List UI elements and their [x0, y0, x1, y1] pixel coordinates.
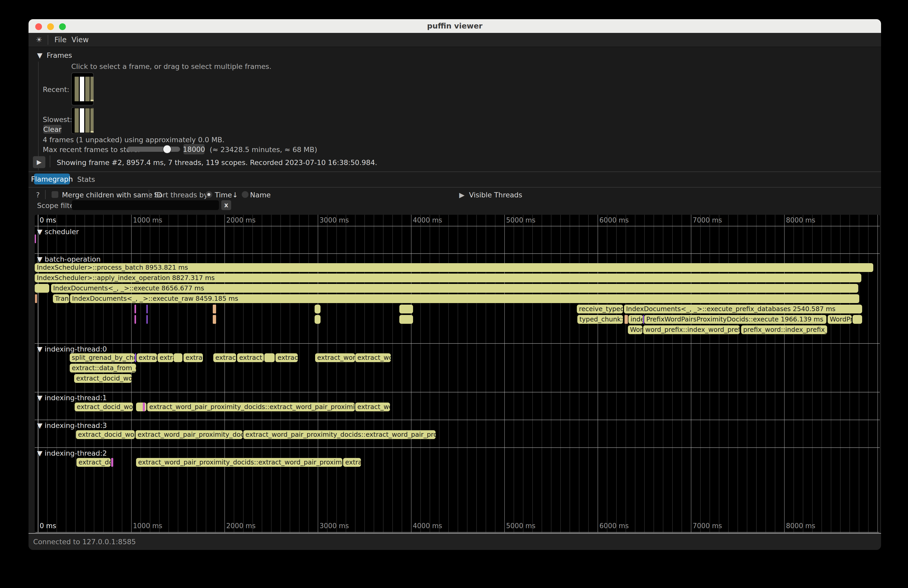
scope-bar[interactable]: extrac: [343, 458, 361, 467]
scope-bar[interactable]: [135, 305, 136, 313]
scope-bar[interactable]: extract_docid_word: [76, 430, 135, 439]
scope-bar[interactable]: typed_chunk::w: [577, 315, 623, 324]
scope-bar[interactable]: prefix_word::index_prefix_wo: [741, 325, 827, 334]
scope-bar[interactable]: [147, 315, 148, 324]
scope-bar[interactable]: extract: [137, 353, 157, 362]
frame-bar-selected[interactable]: [80, 108, 84, 133]
sort-time-radio[interactable]: [206, 191, 212, 198]
close-window-button[interactable]: [35, 23, 42, 30]
app-window: puffin viewer ☀ File View ▼ Frames Click…: [29, 19, 881, 550]
scope-bar[interactable]: extract_word_pair_proximity_docids::extr…: [136, 458, 342, 467]
sort-name-radio[interactable]: [242, 191, 248, 198]
frame-bar[interactable]: [75, 77, 79, 101]
max-frames-slider[interactable]: [127, 146, 180, 152]
scope-bar[interactable]: [143, 403, 145, 411]
thread-section-label[interactable]: ▼ indexing-thread:2: [37, 449, 107, 457]
thread-section-label[interactable]: ▼ scheduler: [37, 228, 79, 236]
sort-direction-arrow-icon[interactable]: ↓: [232, 191, 238, 199]
scope-bar[interactable]: IndexScheduler>::process_batch 8953.821 …: [35, 263, 873, 272]
scope-bar[interactable]: [853, 315, 862, 324]
scope-bar[interactable]: index: [628, 315, 643, 324]
visible-threads-triangle[interactable]: ▶: [459, 191, 465, 199]
thread-section-label[interactable]: ▼ indexing-thread:0: [37, 345, 107, 353]
visible-threads-header[interactable]: Visible Threads: [469, 191, 522, 199]
scope-bar[interactable]: [315, 315, 320, 324]
scope-bar[interactable]: [264, 353, 275, 362]
scope-bar[interactable]: [135, 353, 136, 362]
help-button[interactable]: ?: [36, 191, 40, 199]
scope-bar[interactable]: [35, 294, 37, 303]
play-button[interactable]: ▶: [33, 156, 45, 168]
scope-bar[interactable]: IndexScheduler>::apply_index_operation 8…: [35, 273, 861, 282]
scope-bar[interactable]: IndexDocuments<_, _>::execute_raw 8459.1…: [70, 294, 859, 303]
thread-section-label[interactable]: ▼ indexing-thread:3: [37, 421, 107, 429]
scope-bar[interactable]: [35, 235, 36, 243]
scope-bar[interactable]: extract_doc: [76, 458, 111, 467]
menu-view[interactable]: View: [71, 33, 89, 47]
scope-bar[interactable]: IndexDocuments<_, _>::execute 8656.677 m…: [51, 284, 858, 293]
scope-bar[interactable]: [399, 305, 413, 313]
scope-bar[interactable]: [111, 458, 113, 467]
scope-bar[interactable]: Trans: [53, 294, 69, 303]
recent-frames-thumbnail[interactable]: [71, 72, 94, 105]
menu-file[interactable]: File: [55, 33, 67, 47]
scope-bar[interactable]: extract_word_pair_proximity_docids::extr…: [147, 403, 355, 411]
sort-time-label[interactable]: Time: [215, 191, 232, 199]
zoom-window-button[interactable]: [59, 23, 66, 30]
frame-bar[interactable]: [85, 108, 90, 133]
theme-sun-icon[interactable]: ☀: [36, 33, 42, 47]
clear-filter-button[interactable]: x: [221, 200, 231, 210]
scope-bar[interactable]: extract_: [213, 353, 236, 362]
scope-bar[interactable]: WordPr: [828, 315, 852, 324]
scope-bar[interactable]: extrac: [184, 353, 203, 362]
scope-filter-input[interactable]: [72, 200, 219, 210]
sort-name-label[interactable]: Name: [250, 191, 271, 199]
scope-bar[interactable]: extract_word_pair_proximity_docids: [135, 430, 243, 439]
scope-bar[interactable]: IndexDocuments<_, _>::execute_prefix_dat…: [624, 305, 862, 313]
scope-bar[interactable]: PrefixWordPairsProximityDocids::execute …: [644, 315, 826, 324]
thread-section-label[interactable]: ▼ batch-operation: [37, 255, 101, 263]
frames-section-header[interactable]: Frames: [47, 51, 72, 59]
scope-bar[interactable]: [136, 403, 147, 411]
tab-flamegraph[interactable]: Flamegraph: [34, 174, 70, 185]
scope-bar[interactable]: [213, 305, 216, 313]
scope-bar[interactable]: extract::data_from_ob: [70, 364, 136, 373]
flamegraph-canvas[interactable]: 0 ms0 ms1000 ms1000 ms2000 ms2000 ms3000…: [35, 215, 880, 533]
scope-bar[interactable]: split_grenad_by_chun: [70, 353, 135, 362]
scope-bar[interactable]: extract_docid_word: [74, 374, 132, 383]
tab-stats[interactable]: Stats: [77, 175, 95, 183]
scope-bar[interactable]: extract_: [237, 353, 264, 362]
scope-bar[interactable]: [35, 284, 49, 293]
scope-bar[interactable]: extract_word: [315, 353, 355, 362]
scope-bar[interactable]: extra: [158, 353, 173, 362]
scope-bar[interactable]: extract_wo: [355, 353, 391, 362]
scope-bar[interactable]: [315, 305, 320, 313]
frame-bar-selected[interactable]: [80, 77, 84, 101]
scope-bar[interactable]: [147, 305, 148, 313]
slowest-frames-thumbnail[interactable]: [71, 107, 94, 134]
scope-bar[interactable]: [213, 315, 216, 324]
frames-collapse-triangle[interactable]: ▼: [37, 51, 42, 59]
frame-bar[interactable]: [90, 77, 93, 101]
scope-bar[interactable]: [174, 353, 182, 362]
scope-bar[interactable]: word_prefix::index_word_prefix_: [643, 325, 740, 334]
scope-bar[interactable]: extract: [275, 353, 298, 362]
clear-button[interactable]: Clear: [43, 125, 61, 134]
frame-bar[interactable]: [85, 77, 90, 101]
scope-bar[interactable]: [135, 315, 136, 324]
scope-bar[interactable]: extract_word_pair_proximity_docids::extr…: [243, 430, 436, 439]
max-frames-slider-knob[interactable]: [163, 145, 172, 154]
scope-bar[interactable]: receive_typed_: [577, 305, 623, 313]
scope-bar[interactable]: [643, 315, 644, 324]
frame-bar[interactable]: [75, 108, 79, 133]
thread-section-label[interactable]: ▼ indexing-thread:1: [37, 394, 107, 402]
frame-bar[interactable]: [90, 108, 93, 133]
scope-bar[interactable]: extract_docid_word: [75, 403, 133, 411]
max-frames-value[interactable]: 18000: [184, 144, 204, 154]
minimize-window-button[interactable]: [47, 23, 54, 30]
merge-children-checkbox[interactable]: [52, 191, 58, 198]
scope-bar[interactable]: Word: [628, 325, 642, 334]
scope-bar[interactable]: extract_wo: [355, 403, 390, 411]
scope-bar[interactable]: [399, 315, 413, 324]
scope-bar[interactable]: [625, 315, 628, 324]
